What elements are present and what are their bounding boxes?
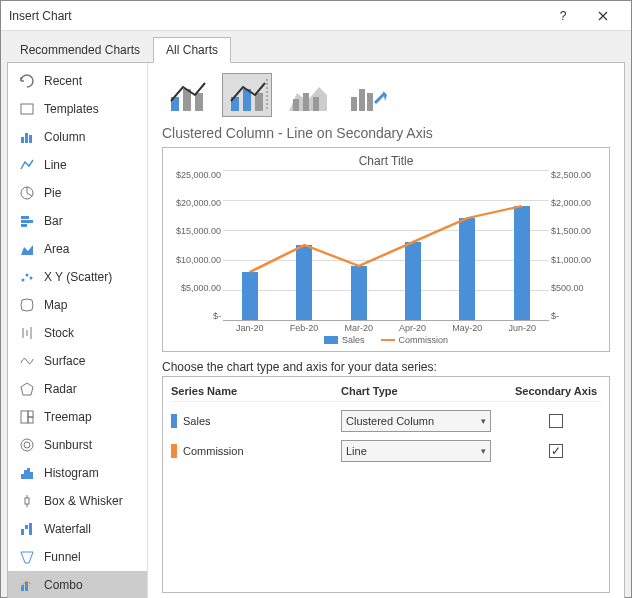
legend: Sales Commission [173,335,599,345]
series-row-sales: Sales Clustered Column▾ [171,402,601,432]
column-icon [18,128,36,146]
sidebar-item-column[interactable]: Column [8,123,147,151]
tab-recommended[interactable]: Recommended Charts [7,37,153,63]
sidebar-item-label: Pie [44,186,61,200]
series-name: Commission [183,445,244,457]
stock-icon [18,324,36,342]
sidebar-item-recent[interactable]: Recent [8,67,147,95]
svg-rect-16 [21,411,28,423]
svg-rect-43 [303,93,309,111]
svg-point-20 [21,439,33,451]
close-button[interactable] [583,1,623,31]
sunburst-icon [18,436,36,454]
chevron-down-icon: ▾ [481,416,486,426]
sidebar-item-radar[interactable]: Radar [8,375,147,403]
subtype-icon [345,75,389,115]
svg-rect-46 [359,89,365,111]
dialog-title: Insert Chart [9,9,543,23]
sidebar-item-surface[interactable]: Surface [8,347,147,375]
titlebar: Insert Chart ? [1,1,631,31]
sidebar-item-label: Funnel [44,550,81,564]
svg-point-9 [22,279,25,282]
subtype-custom[interactable] [342,73,392,117]
svg-rect-39 [255,93,263,111]
sidebar-item-label: Waterfall [44,522,91,536]
sidebar-item-combo[interactable]: Combo [8,571,147,598]
funnel-icon [18,548,36,566]
column-secondary-axis: Secondary Axis [511,385,601,397]
column-chart-type: Chart Type [341,385,511,397]
x-axis: Jan-20Feb-20Mar-20Apr-20May-20Jun-20 [173,321,599,333]
histogram-icon [18,464,36,482]
sidebar-item-treemap[interactable]: Treemap [8,403,147,431]
sidebar-item-area[interactable]: Area [8,235,147,263]
sidebar-item-label: Column [44,130,85,144]
sidebar-item-label: Sunburst [44,438,92,452]
svg-rect-42 [293,99,299,111]
svg-rect-21 [21,474,24,479]
sidebar-item-templates[interactable]: Templates [8,95,147,123]
sidebar-item-label: Radar [44,382,77,396]
sidebar-item-boxwhisker[interactable]: Box & Whisker [8,487,147,515]
sidebar-item-pie[interactable]: Pie [8,179,147,207]
tabs: Recommended Charts All Charts [1,31,631,63]
series-config-heading: Choose the chart type and axis for your … [162,360,610,374]
subtype-clustered-line[interactable] [162,73,212,117]
bar-icon [18,212,36,230]
svg-rect-28 [21,529,24,535]
sidebar-item-label: Treemap [44,410,92,424]
chart-type-select-sales[interactable]: Clustered Column▾ [341,410,491,432]
subtype-stacked-area-column[interactable] [282,73,332,117]
chart-type-sidebar: Recent Templates Column Line Pie Bar Are… [8,63,148,598]
sidebar-item-label: Line [44,158,67,172]
waterfall-icon [18,520,36,538]
chart-type-select-commission[interactable]: Line▾ [341,440,491,462]
sidebar-item-map[interactable]: Map [8,291,147,319]
templates-icon [18,100,36,118]
radar-icon [18,380,36,398]
svg-marker-15 [21,383,33,395]
sidebar-item-label: Bar [44,214,63,228]
secondary-axis-checkbox-sales[interactable] [549,414,563,428]
treemap-icon [18,408,36,426]
chart-title: Chart Title [173,154,599,168]
series-swatch [171,414,177,428]
sidebar-item-scatter[interactable]: X Y (Scatter) [8,263,147,291]
svg-point-10 [26,274,29,277]
sidebar-item-funnel[interactable]: Funnel [8,543,147,571]
surface-icon [18,352,36,370]
svg-rect-22 [24,470,27,479]
svg-rect-30 [29,523,32,535]
series-row-commission: Commission Line▾ ✓ [171,432,601,462]
combo-icon [18,576,36,594]
subtype-icon [225,75,269,115]
svg-marker-8 [21,245,33,255]
plot-area [223,170,549,321]
sidebar-item-stock[interactable]: Stock [8,319,147,347]
pie-icon [18,184,36,202]
sidebar-item-label: Box & Whisker [44,494,123,508]
sidebar-item-bar[interactable]: Bar [8,207,147,235]
sidebar-item-waterfall[interactable]: Waterfall [8,515,147,543]
area-icon [18,240,36,258]
main-panel: Clustered Column - Line on Secondary Axi… [148,63,624,598]
recent-icon [18,72,36,90]
sidebar-item-label: Templates [44,102,99,116]
tab-all-charts[interactable]: All Charts [153,37,231,63]
subtype-icon [285,75,329,115]
sidebar-item-label: X Y (Scatter) [44,270,112,284]
sidebar-item-histogram[interactable]: Histogram [8,459,147,487]
subtype-icon [165,75,209,115]
help-button[interactable]: ? [543,1,583,31]
subtype-clustered-line-secondary[interactable] [222,73,272,117]
svg-rect-1 [21,137,24,143]
sidebar-item-line[interactable]: Line [8,151,147,179]
svg-rect-2 [25,133,28,143]
secondary-axis-checkbox-commission[interactable]: ✓ [549,444,563,458]
sidebar-item-label: Area [44,242,69,256]
sidebar-item-sunburst[interactable]: Sunburst [8,431,147,459]
primary-y-axis: $25,000.00$20,000.00$15,000.00$10,000.00… [173,170,223,321]
chart-preview: Chart Title $25,000.00$20,000.00$15,000.… [162,147,610,352]
svg-rect-0 [21,104,33,114]
svg-rect-33 [25,582,28,591]
